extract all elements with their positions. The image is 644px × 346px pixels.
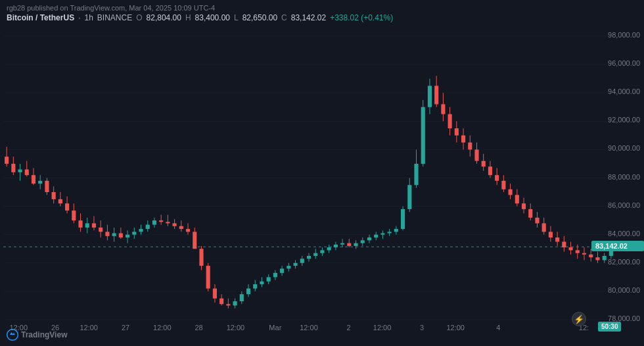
quote-currency: / TetherUS — [35, 13, 74, 22]
y-axis-label: 96,000.00 — [608, 60, 640, 67]
x-axis-label: 12:00 — [80, 324, 98, 332]
x-axis-label: 12:00 — [446, 324, 465, 332]
close-label: C — [281, 13, 287, 22]
current-time: 50:30 — [601, 323, 618, 330]
current-price: 83,142.02 — [595, 242, 628, 250]
y-axis-label: 86,000.00 — [608, 202, 640, 209]
time-badge: 50:30 — [598, 322, 622, 332]
x-axis-label: 27 — [122, 324, 129, 332]
x-axis: 12:002612:002712:002812:00Mar12:00212:00… — [0, 318, 618, 332]
y-axis-label: 94,000.00 — [608, 88, 640, 95]
y-axis-label: 98,000.00 — [608, 32, 640, 39]
high-label: H — [185, 13, 191, 22]
published-info: rgb28 published on TradingView.com, Mar … — [7, 4, 637, 12]
exchange-badge: BINANCE — [97, 13, 132, 22]
open-label: O — [136, 13, 142, 22]
symbol-info: Bitcoin / TetherUS · 1h BINANCE O 82,804… — [7, 13, 637, 22]
low-value: 82,650.00 — [242, 13, 277, 22]
close-value: 83,142.02 — [291, 13, 326, 22]
tradingview-logo-icon — [7, 329, 18, 341]
open-value: 82,804.00 — [147, 13, 181, 22]
x-axis-label: 12:00 — [227, 324, 245, 332]
chart-container: rgb28 published on TradingView.com, Mar … — [0, 0, 644, 346]
interval: 1h — [84, 13, 93, 22]
top-bar: rgb28 published on TradingView.com, Mar … — [0, 0, 644, 24]
flash-icon[interactable]: ⚡ — [572, 312, 586, 326]
y-axis-label: 88,000.00 — [608, 174, 640, 181]
price-change: +338.02 (+0.41%) — [330, 13, 393, 22]
x-axis-label: Mar — [269, 324, 281, 332]
y-axis-label: 82,000.00 — [608, 259, 640, 266]
y-axis-label: 80,000.00 — [608, 287, 640, 294]
y-axis-label: 84,000.00 — [608, 230, 640, 237]
y-axis-label: 92,000.00 — [608, 116, 640, 124]
x-axis-label: 28 — [195, 324, 202, 332]
x-axis-label: 12:00 — [153, 324, 172, 332]
high-value: 83,400.00 — [195, 13, 230, 22]
price-badge: 83,142.02 — [591, 241, 644, 251]
y-axis-label: 90,000.00 — [608, 145, 640, 152]
candlestick-chart — [0, 0, 618, 346]
x-axis-label: 2 — [346, 324, 350, 332]
x-axis-label: 4 — [496, 324, 500, 332]
y-axis: 98,000.0096,000.0094,000.0092,000.0090,0… — [591, 0, 644, 346]
low-label: L — [234, 13, 239, 22]
tradingview-text: TradingView — [21, 330, 67, 339]
base-currency: Bitcoin — [7, 13, 34, 22]
interval-badge: · — [78, 13, 80, 22]
tradingview-logo: TradingView — [7, 329, 67, 341]
x-axis-label: 12:00 — [373, 324, 392, 332]
x-axis-label: 3 — [420, 324, 424, 332]
x-axis-label: 12:00 — [300, 324, 318, 332]
symbol-name: Bitcoin / TetherUS — [7, 13, 74, 22]
